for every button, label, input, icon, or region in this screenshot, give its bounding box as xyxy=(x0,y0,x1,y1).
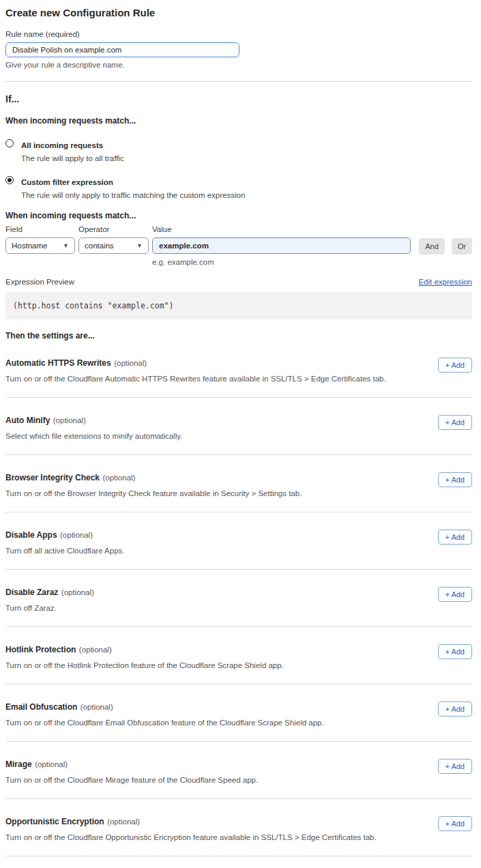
value-input[interactable] xyxy=(152,237,411,254)
setting-row-automatic-https-rewrites: Automatic HTTPS Rewrites (optional) Turn… xyxy=(5,341,472,398)
add-button[interactable]: + Add xyxy=(438,759,472,774)
radio-custom-filter-expression[interactable]: Custom filter expression The rule will o… xyxy=(5,175,472,199)
optional-tag: (optional) xyxy=(61,588,94,596)
add-button[interactable]: + Add xyxy=(438,644,472,659)
field-label: Field xyxy=(5,225,75,233)
radio-description: The rule will apply to all traffic xyxy=(21,154,124,162)
setting-description: Turn on or off the Hotlink Protection fe… xyxy=(5,661,284,669)
setting-description: Select which file extensions to minify a… xyxy=(5,432,182,440)
setting-row-hotlink-protection: Hotlink Protection (optional) Turn on or… xyxy=(5,627,472,684)
matcher-subhead: When incoming requests match... xyxy=(5,211,472,220)
rule-name-help: Give your rule a descriptive name. xyxy=(5,61,472,69)
optional-tag: (optional) xyxy=(107,818,140,826)
optional-tag: (optional) xyxy=(79,646,112,654)
operator-select[interactable]: contains ▼ xyxy=(78,237,149,254)
rule-name-label: Rule name (required) xyxy=(5,30,472,38)
create-configuration-rule-page: Create new Configuration Rule Rule name … xyxy=(0,0,481,868)
optional-tag: (optional) xyxy=(60,531,93,539)
optional-tag: (optional) xyxy=(103,474,136,482)
setting-title: Disable Apps xyxy=(5,530,57,540)
radio-label: All incoming requests xyxy=(21,141,103,149)
setting-row-polish: Polish (optional) ✕ Change the settings … xyxy=(5,856,472,868)
setting-row-mirage: Mirage (optional) Turn on or off the Clo… xyxy=(5,742,472,799)
setting-row-email-obfuscation: Email Obfuscation (optional) Turn on or … xyxy=(5,684,472,742)
add-button[interactable]: + Add xyxy=(438,415,472,430)
setting-row-browser-integrity-check: Browser Integrity Check (optional) Turn … xyxy=(5,455,472,512)
setting-row-opportunistic-encryption: Opportunistic Encryption (optional) Turn… xyxy=(5,799,472,856)
add-button[interactable]: + Add xyxy=(438,816,472,831)
incoming-requests-subhead: When incoming requests match... xyxy=(5,116,472,126)
setting-title: Browser Integrity Check xyxy=(5,473,100,482)
radio-unselected-icon[interactable] xyxy=(5,139,14,147)
add-button[interactable]: + Add xyxy=(438,358,472,373)
operator-label: Operator xyxy=(78,225,149,233)
page-title: Create new Configuration Rule xyxy=(5,7,472,18)
chevron-down-icon: ▼ xyxy=(136,243,143,249)
setting-title: Opportunistic Encryption xyxy=(5,817,104,826)
radio-description: The rule will only apply to traffic matc… xyxy=(21,191,245,199)
setting-row-disable-zaraz: Disable Zaraz (optional) Turn off Zaraz.… xyxy=(5,570,472,627)
optional-tag: (optional) xyxy=(35,760,68,768)
add-button[interactable]: + Add xyxy=(438,587,472,602)
chevron-down-icon: ▼ xyxy=(63,243,69,249)
add-button[interactable]: + Add xyxy=(438,701,472,717)
then-settings-heading: Then the settings are... xyxy=(5,331,472,341)
radio-all-incoming-requests[interactable]: All incoming requests The rule will appl… xyxy=(5,139,472,162)
add-button[interactable]: + Add xyxy=(438,472,472,487)
radio-label: Custom filter expression xyxy=(21,178,113,186)
setting-description: Turn off Zaraz. xyxy=(5,604,94,612)
expression-code: (http.host contains "example.com") xyxy=(5,292,472,319)
setting-title: Auto Minify xyxy=(5,416,50,425)
value-help: e.g. example.com xyxy=(152,258,411,266)
setting-description: Turn on or off the Cloudflare Opportunis… xyxy=(5,833,377,841)
value-label: Value xyxy=(152,225,411,233)
or-button[interactable]: Or xyxy=(452,238,472,255)
setting-description: Turn on or off the Cloudflare Mirage fea… xyxy=(5,776,258,784)
radio-selected-icon[interactable] xyxy=(5,176,14,184)
optional-tag: (optional) xyxy=(81,703,113,711)
rule-name-input[interactable] xyxy=(5,42,239,57)
setting-description: Turn on or off the Cloudflare Automatic … xyxy=(5,375,386,383)
edit-expression-link[interactable]: Edit expression xyxy=(418,278,472,286)
and-button[interactable]: And xyxy=(419,238,445,255)
setting-title: Mirage xyxy=(5,760,32,769)
matcher-row: Field Hostname ▼ Operator contains ▼ Val… xyxy=(5,225,472,266)
setting-title: Automatic HTTPS Rewrites xyxy=(5,358,111,368)
setting-row-auto-minify: Auto Minify (optional) Select which file… xyxy=(5,398,472,455)
section-divider xyxy=(5,81,472,82)
setting-description: Turn off all active Cloudflare Apps. xyxy=(5,547,125,555)
setting-title: Email Obfuscation xyxy=(5,702,77,712)
optional-tag: (optional) xyxy=(53,416,86,424)
field-select[interactable]: Hostname ▼ xyxy=(5,237,75,254)
setting-row-disable-apps: Disable Apps (optional) Turn off all act… xyxy=(5,512,472,570)
operator-select-value: contains xyxy=(85,242,114,250)
field-select-value: Hostname xyxy=(12,242,47,250)
add-button[interactable]: + Add xyxy=(438,530,472,545)
setting-title: Hotlink Protection xyxy=(5,645,76,654)
optional-tag: (optional) xyxy=(114,359,147,367)
setting-description: Turn on or off the Cloudflare Email Obfu… xyxy=(5,719,324,727)
expression-preview-label: Expression Preview xyxy=(5,278,74,286)
setting-title: Disable Zaraz xyxy=(5,588,58,597)
setting-description: Turn on or off the Browser Integrity Che… xyxy=(5,489,302,497)
if-heading: If... xyxy=(5,93,472,104)
